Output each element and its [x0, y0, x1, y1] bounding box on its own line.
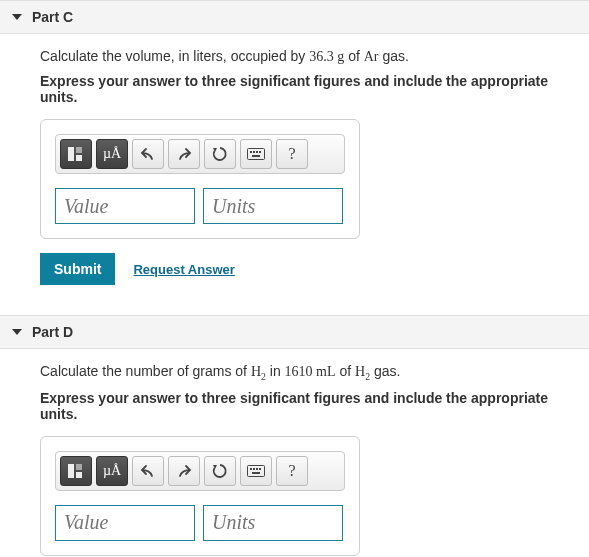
part-c-header[interactable]: Part C: [0, 0, 589, 34]
svg-rect-21: [252, 472, 260, 474]
units-input[interactable]: [203, 188, 343, 224]
chevron-down-icon: [12, 327, 22, 337]
svg-rect-2: [76, 147, 82, 153]
units-input[interactable]: [203, 505, 343, 541]
part-d-header[interactable]: Part D: [0, 315, 589, 349]
part-d-inputs: [55, 505, 345, 541]
svg-rect-3: [76, 155, 82, 161]
part-c-actions: Submit Request Answer: [40, 253, 589, 285]
template-icon[interactable]: [60, 139, 92, 169]
keyboard-icon[interactable]: [240, 456, 272, 486]
value-input[interactable]: [55, 188, 195, 224]
part-d-section: Part D Calculate the number of grams of …: [0, 315, 589, 557]
part-d-toolbar: µÅ ?: [55, 451, 345, 491]
svg-rect-6: [250, 151, 252, 153]
part-d-title: Part D: [32, 324, 73, 340]
units-format-icon[interactable]: µÅ: [96, 139, 128, 169]
part-c-inputs: [55, 188, 345, 224]
svg-rect-9: [259, 151, 261, 153]
submit-button[interactable]: Submit: [40, 253, 115, 285]
svg-rect-13: [76, 464, 82, 470]
value-input[interactable]: [55, 505, 195, 541]
chevron-down-icon: [12, 12, 22, 22]
undo-icon[interactable]: [132, 456, 164, 486]
svg-marker-0: [12, 14, 22, 20]
part-c-toolbar: µÅ ?: [55, 134, 345, 174]
units-format-icon[interactable]: µÅ: [96, 456, 128, 486]
svg-rect-20: [259, 468, 261, 470]
template-icon[interactable]: [60, 456, 92, 486]
part-c-body: Calculate the volume, in liters, occupie…: [0, 34, 589, 285]
redo-icon[interactable]: [168, 456, 200, 486]
svg-rect-1: [68, 147, 74, 161]
part-d-prompt: Calculate the number of grams of H2 in 1…: [40, 363, 589, 382]
reset-icon[interactable]: [204, 139, 236, 169]
keyboard-icon[interactable]: [240, 139, 272, 169]
part-c-prompt: Calculate the volume, in liters, occupie…: [40, 48, 589, 65]
redo-icon[interactable]: [168, 139, 200, 169]
part-c-answer-box: µÅ ?: [40, 119, 360, 239]
svg-rect-19: [256, 468, 258, 470]
svg-rect-16: [248, 465, 265, 476]
svg-marker-11: [12, 329, 22, 335]
svg-rect-10: [252, 155, 260, 157]
help-icon[interactable]: ?: [276, 139, 308, 169]
svg-rect-17: [250, 468, 252, 470]
svg-rect-18: [253, 468, 255, 470]
part-d-instruction: Express your answer to three significant…: [40, 390, 589, 422]
part-c-section: Part C Calculate the volume, in liters, …: [0, 0, 589, 285]
svg-rect-5: [248, 149, 265, 160]
svg-rect-14: [76, 472, 82, 478]
part-d-body: Calculate the number of grams of H2 in 1…: [0, 349, 589, 557]
part-d-answer-box: µÅ ?: [40, 436, 360, 556]
svg-rect-7: [253, 151, 255, 153]
help-icon[interactable]: ?: [276, 456, 308, 486]
svg-rect-12: [68, 464, 74, 478]
undo-icon[interactable]: [132, 139, 164, 169]
part-c-instruction: Express your answer to three significant…: [40, 73, 589, 105]
request-answer-link[interactable]: Request Answer: [133, 262, 234, 277]
svg-rect-8: [256, 151, 258, 153]
reset-icon[interactable]: [204, 456, 236, 486]
part-c-title: Part C: [32, 9, 73, 25]
